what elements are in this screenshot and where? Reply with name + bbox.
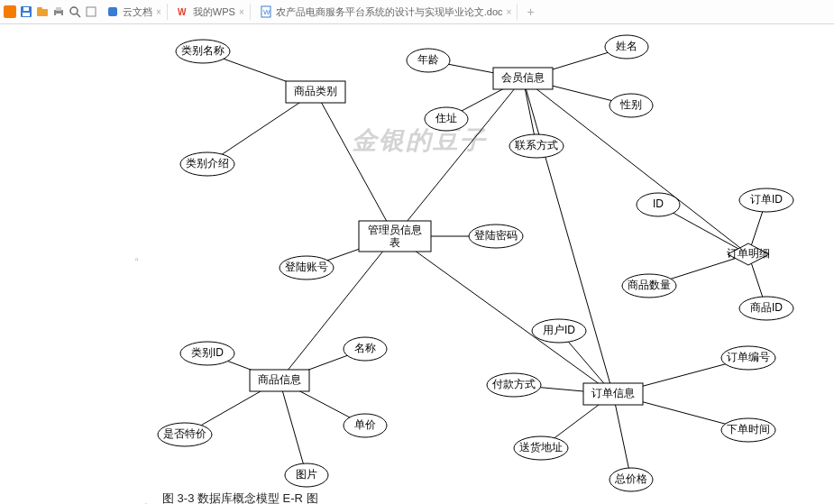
svg-text:性别: 性别 [619, 98, 642, 111]
svg-text:商品数量: 商品数量 [628, 279, 671, 291]
tab-cloud-docs[interactable]: 云文档 × [101, 4, 168, 20]
wps-icon: W [177, 5, 189, 18]
svg-text:商品类别: 商品类别 [294, 85, 337, 97]
svg-text:住址: 住址 [435, 112, 457, 124]
svg-text:订单ID: 订单ID [750, 193, 783, 206]
svg-text:订单信息: 订单信息 [591, 387, 635, 399]
svg-rect-11 [87, 7, 96, 16]
open-icon[interactable] [36, 5, 49, 18]
svg-rect-3 [23, 7, 29, 11]
svg-text:送货地址: 送货地址 [519, 441, 563, 454]
svg-text:登陆密码: 登陆密码 [474, 229, 518, 242]
misc-icon[interactable] [85, 5, 97, 18]
entity-edge [395, 236, 613, 394]
svg-rect-0 [4, 5, 16, 18]
svg-text:单价: 单价 [354, 418, 376, 431]
svg-text:付款方式: 付款方式 [491, 378, 536, 390]
svg-text:类别ID: 类别ID [191, 346, 224, 359]
print-icon[interactable] [52, 5, 65, 18]
svg-text:会员信息: 会员信息 [501, 71, 545, 84]
tab-my-wps[interactable]: W 我的WPS × [171, 4, 251, 20]
svg-line-10 [77, 14, 80, 17]
svg-text:表: 表 [390, 236, 400, 249]
preview-icon[interactable] [69, 5, 81, 18]
tab-document[interactable]: W 农产品电商服务平台系统的设计与实现毕业论文.doc × [254, 4, 518, 20]
svg-text:ID: ID [653, 197, 664, 210]
entity-edge [395, 78, 523, 236]
svg-text:商品ID: 商品ID [750, 301, 783, 314]
entity-edge [316, 92, 395, 236]
add-tab-button[interactable]: + [521, 5, 539, 19]
svg-text:用户ID: 用户ID [543, 324, 575, 336]
svg-rect-7 [56, 7, 61, 11]
svg-text:联系方式: 联系方式 [515, 139, 558, 151]
tab-label: 农产品电商服务平台系统的设计与实现毕业论文.doc [276, 5, 503, 19]
er-diagram: 商品类别会员信息管理员信息表商品信息订单信息订单明细类别名称类别介绍年龄姓名性别… [0, 24, 834, 504]
figure-caption: 图 3-3 数据库概念模型 E-R 图 [162, 490, 318, 504]
svg-rect-5 [37, 7, 42, 11]
svg-text:总价格: 总价格 [614, 472, 647, 485]
svg-point-9 [70, 7, 78, 14]
doc-icon: W [260, 5, 272, 18]
svg-text:订单明细: 订单明细 [727, 247, 770, 260]
close-icon[interactable]: × [156, 7, 161, 17]
tab-bar: 云文档 × W 我的WPS × W 农产品电商服务平台系统的设计与实现毕业论文.… [0, 0, 834, 24]
close-icon[interactable]: × [239, 7, 244, 17]
close-icon[interactable]: × [507, 7, 512, 17]
svg-text:是否特价: 是否特价 [163, 427, 206, 440]
svg-text:类别名称: 类别名称 [181, 44, 225, 57]
svg-text:名称: 名称 [354, 342, 376, 354]
document-page: 金银的豆子 ▫ ▫ 商品类别会员信息管理员信息表商品信息订单信息订单明细类别名称… [0, 24, 834, 504]
svg-text:W: W [263, 8, 270, 16]
attr-edge [280, 380, 307, 475]
svg-rect-2 [23, 13, 30, 16]
save-icon[interactable] [20, 5, 32, 18]
svg-rect-12 [108, 7, 117, 16]
svg-rect-8 [56, 14, 61, 16]
attr-edge [613, 394, 631, 480]
svg-text:年龄: 年龄 [417, 53, 439, 66]
svg-text:W: W [178, 7, 187, 17]
tab-label: 我的WPS [193, 5, 235, 19]
tab-label: 云文档 [123, 5, 152, 19]
entity-edge [523, 78, 613, 394]
app-icon-1 [4, 5, 16, 18]
svg-text:下单时间: 下单时间 [727, 423, 770, 435]
svg-text:管理员信息: 管理员信息 [368, 224, 422, 236]
svg-text:类别介绍: 类别介绍 [186, 157, 229, 170]
svg-text:登陆账号: 登陆账号 [285, 261, 328, 273]
svg-text:图片: 图片 [296, 468, 317, 481]
svg-text:姓名: 姓名 [616, 40, 637, 52]
svg-text:订单编号: 订单编号 [727, 351, 770, 363]
cloud-icon [106, 5, 119, 18]
svg-text:商品信息: 商品信息 [258, 373, 301, 386]
